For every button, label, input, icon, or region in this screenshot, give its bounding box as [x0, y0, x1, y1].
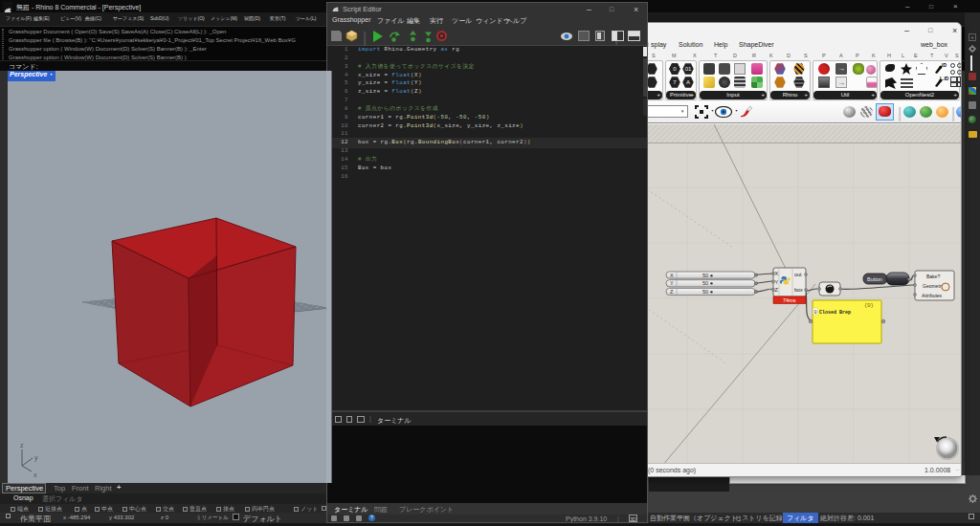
svg-text:Y: Y [670, 280, 674, 286]
svg-text:X: X [775, 271, 779, 276]
svg-text:Geometry: Geometry [923, 283, 944, 289]
svg-text:{0}: {0} [864, 302, 874, 309]
svg-text:74ms: 74ms [783, 297, 796, 303]
svg-text:Bake?: Bake? [926, 274, 940, 279]
svg-text:y: y [34, 454, 38, 462]
svg-text:X: X [670, 273, 674, 278]
svg-text:50 ●: 50 ● [702, 280, 713, 286]
svg-text:Closed Brep: Closed Brep [819, 310, 851, 316]
svg-text:Attributes: Attributes [922, 293, 943, 298]
svg-text:0: 0 [814, 310, 817, 316]
svg-text:Y: Y [775, 279, 779, 285]
svg-text:Button: Button [867, 276, 882, 282]
svg-text:z: z [20, 442, 24, 449]
svg-text:50 ●: 50 ● [702, 289, 713, 295]
svg-text:x: x [33, 471, 37, 478]
svg-text:50 ●: 50 ● [702, 273, 713, 278]
svg-text:box: box [794, 287, 803, 293]
svg-text:out: out [794, 272, 802, 277]
